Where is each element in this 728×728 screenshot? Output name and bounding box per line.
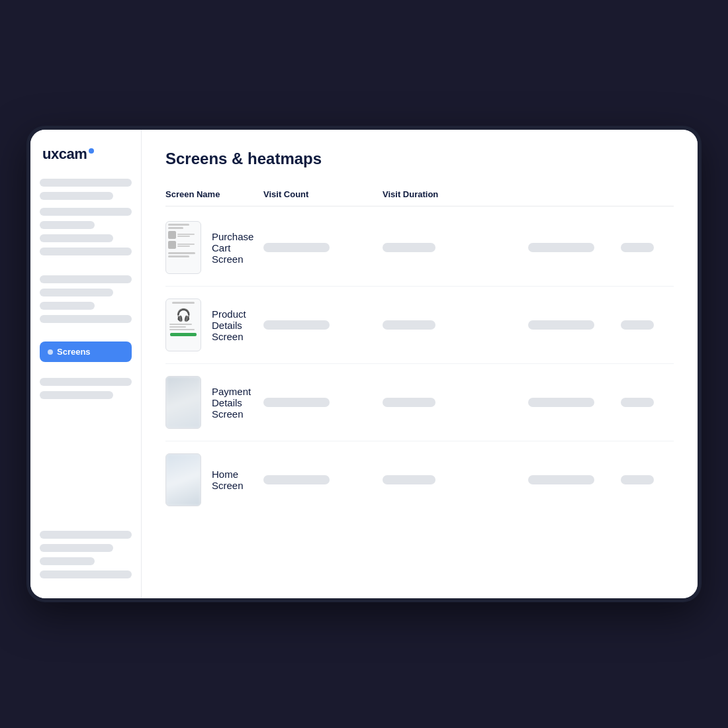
visit-duration-cell [383,243,528,252]
visit-count-cell [263,475,383,484]
extra-cell-2 [621,398,674,407]
table-row[interactable]: Home Screen [165,441,674,518]
skeleton-pill [383,243,435,252]
page-title: Screens & heatmaps [165,150,674,168]
skeleton-pill [263,320,330,330]
thumb-blur-home [166,454,201,506]
skeleton-pill [528,320,594,330]
extra-cell-2 [621,243,674,252]
sidebar-skeleton-bar [40,208,132,216]
visit-count-cell [263,320,383,330]
sidebar-skeleton-bar [40,192,113,200]
screen-name-cell: Purchase Cart Screen [165,221,263,274]
screen-name-label: Purchase Cart Screen [212,231,263,265]
skeleton-pill [263,243,330,252]
screen-name-cell: Payment Details Screen [165,376,263,429]
sidebar-skeleton-bar [40,391,113,399]
skeleton-pill [528,243,594,252]
sidebar-skeleton-bar [40,275,132,283]
table-row[interactable]: Payment Details Screen [165,364,674,441]
logo-text: uxcam [42,146,87,163]
skeleton-pill [383,320,435,330]
screens-btn-label: Screens [57,347,91,357]
main-content: Screens & heatmaps Screen Name Visit Cou… [142,130,698,598]
screens-btn-dot [48,349,53,355]
skeleton-pill [383,398,435,407]
screen-name-cell: 🎧 Product Details Screen [165,298,263,351]
thumb-blur-payment [166,377,201,428]
logo: uxcam [40,146,132,163]
screen-thumbnail-cart [165,221,201,274]
visit-duration-cell [383,320,528,330]
screen-name-label: Product Details Screen [212,308,263,342]
table-row[interactable]: 🎧 Product Details Screen [165,287,674,364]
sidebar-bottom [40,531,132,582]
visit-count-cell [263,243,383,252]
skeleton-pill [263,475,330,484]
sidebar-skeleton-bar [40,544,113,552]
skeleton-pill [528,475,594,484]
extra-cell-1 [528,320,621,330]
extra-cell-1 [528,475,621,484]
sidebar-skeleton-bar [40,179,132,187]
sidebar-skeleton-bar [40,248,132,255]
extra-cell-2 [621,320,674,330]
col-5 [621,189,674,199]
col-4 [528,189,621,199]
sidebar-skeleton-group-2 [40,208,132,255]
sidebar: uxcam [30,130,142,598]
device-frame: uxcam [26,126,702,602]
sidebar-skeleton-bar [40,289,113,296]
skeleton-pill [528,398,594,407]
skeleton-pill [621,243,654,252]
sidebar-skeleton-group-1 [40,179,132,200]
screen-name-cell: Home Screen [165,453,263,506]
sidebar-skeleton-bar [40,570,132,578]
screen-thumbnail-product: 🎧 [165,298,201,351]
skeleton-pill [383,475,435,484]
sidebar-skeleton-bar [40,234,113,242]
sidebar-skeleton-group-4 [40,378,132,399]
extra-cell-1 [528,398,621,407]
visit-count-cell [263,398,383,407]
screen-thumbnail-home [165,453,201,506]
table-row[interactable]: Purchase Cart Screen [165,209,674,287]
col-visit-count: Visit Count [263,189,383,199]
sidebar-skeleton-bar [40,531,132,539]
skeleton-pill [621,320,654,330]
sidebar-skeleton-group-3 [40,275,132,323]
sidebar-skeleton-bar [40,557,95,565]
sidebar-skeleton-bar [40,302,95,310]
visit-duration-cell [383,398,528,407]
screen-thumbnail-payment [165,376,201,429]
table-header: Screen Name Visit Count Visit Duration [165,184,674,206]
extra-cell-1 [528,243,621,252]
logo-dot [89,148,94,154]
visit-duration-cell [383,475,528,484]
extra-cell-2 [621,475,674,484]
skeleton-pill [621,475,654,484]
screen-name-label: Payment Details Screen [212,386,263,420]
green-bar [170,333,197,336]
sidebar-skeleton-bar [40,221,95,229]
device-inner: uxcam [30,130,698,598]
col-screen-name: Screen Name [165,189,263,199]
sidebar-skeleton-bar [40,378,132,386]
headphone-icon: 🎧 [174,308,193,322]
screen-name-label: Home Screen [212,469,263,491]
skeleton-pill [621,398,654,407]
col-visit-duration: Visit Duration [383,189,528,199]
skeleton-pill [263,398,330,407]
sidebar-skeleton-group-bottom [40,531,132,578]
sidebar-screens-button[interactable]: Screens [40,341,132,362]
sidebar-skeleton-bar [40,315,132,323]
